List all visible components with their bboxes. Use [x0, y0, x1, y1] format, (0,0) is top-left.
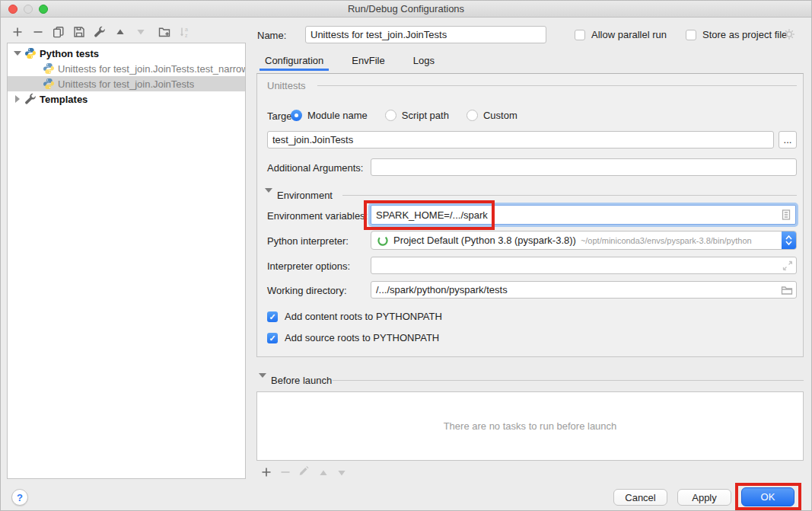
tab-configuration[interactable]: Configuration	[265, 55, 323, 66]
move-down-icon	[135, 26, 147, 38]
additional-arguments-input[interactable]	[371, 158, 797, 176]
working-directory-label: Working directory:	[267, 285, 347, 296]
apply-button[interactable]: Apply	[677, 489, 731, 506]
tree-item-label: Templates	[40, 94, 88, 105]
environment-variables-input[interactable]: SPARK_HOME=/.../spark	[371, 205, 796, 225]
python-icon	[24, 47, 37, 59]
paste-icon[interactable]	[780, 209, 792, 221]
before-launch-collapse-icon[interactable]	[259, 378, 266, 389]
add-content-roots-label: Add content roots to PYTHONPATH	[285, 311, 442, 322]
add-icon[interactable]	[11, 26, 24, 38]
module-name-input[interactable]	[267, 131, 774, 149]
move-task-down-icon	[336, 467, 345, 477]
tree-item-python-tests[interactable]: Python tests	[8, 46, 245, 61]
environment-variables-value: SPARK_HOME=/.../spark	[376, 209, 488, 221]
stepper-icon[interactable]	[782, 232, 796, 249]
interpreter-options-input[interactable]	[371, 257, 797, 274]
new-folder-icon[interactable]	[155, 26, 170, 38]
pencil-icon	[298, 466, 309, 477]
checkbox-icon[interactable]	[686, 30, 696, 40]
conda-interpreter-icon	[377, 235, 389, 247]
radio-module-name-label: Module name	[307, 110, 368, 121]
add-source-roots-label: Add source roots to PYTHONPATH	[285, 332, 439, 343]
environment-section-title: Environment	[277, 190, 333, 201]
interpreter-options-label: Interpreter options:	[267, 260, 350, 272]
name-input[interactable]	[305, 26, 546, 43]
tab-envfile[interactable]: EnvFile	[352, 55, 384, 66]
wrench-icon	[24, 93, 37, 105]
browse-button[interactable]: ...	[779, 131, 797, 149]
store-as-project-file-label: Store as project file	[702, 29, 787, 40]
allow-parallel-run-checkbox[interactable]: Allow parallel run	[575, 29, 667, 40]
gear-icon[interactable]	[783, 28, 795, 40]
zoom-window-button[interactable]	[39, 5, 48, 14]
radio-module-name[interactable]	[291, 110, 302, 121]
ok-button[interactable]: OK	[741, 487, 794, 506]
group-divider	[333, 380, 804, 381]
python-interpreter-select[interactable]: Project Default (Python 3.8 (pyspark-3.8…	[371, 231, 797, 250]
checkbox-checked-icon[interactable]	[267, 311, 278, 322]
name-label: Name:	[257, 30, 286, 41]
before-launch-toolbar	[260, 466, 345, 477]
before-launch-task-list: There are no tasks to run before launch	[256, 391, 804, 461]
before-launch-empty-message: There are no tasks to run before launch	[444, 420, 617, 432]
add-content-roots-checkbox[interactable]: Add content roots to PYTHONPATH	[267, 311, 442, 322]
expand-icon[interactable]	[782, 260, 792, 270]
move-up-icon[interactable]	[114, 26, 126, 38]
tree-item-label: Unittests for test_join.JoinTests	[58, 78, 194, 90]
group-divider	[342, 195, 797, 196]
tree-item-templates[interactable]: Templates	[8, 91, 245, 107]
add-source-roots-checkbox[interactable]: Add source roots to PYTHONPATH	[267, 332, 439, 343]
copy-icon[interactable]	[53, 26, 65, 38]
run-debug-configurations-dialog: Run/Debug Configurations Python tests Un…	[0, 0, 812, 511]
environment-collapse-icon[interactable]	[265, 193, 272, 204]
working-directory-input[interactable]	[371, 281, 797, 299]
window-title: Run/Debug Configurations	[1, 1, 811, 17]
radio-custom-label: Custom	[483, 110, 517, 121]
config-tabs: Configuration EnvFile Logs	[265, 55, 435, 66]
edit-templates-icon[interactable]	[94, 26, 106, 38]
store-as-project-file-checkbox[interactable]: Store as project file	[686, 29, 787, 40]
configurations-tree: Python tests Unittests for test_join.Joi…	[7, 43, 246, 479]
additional-arguments-label: Additional Arguments:	[267, 162, 363, 174]
active-tab-underline	[260, 69, 329, 71]
folder-icon[interactable]	[781, 284, 793, 296]
collapse-caret-icon[interactable]	[14, 50, 21, 57]
remove-icon[interactable]	[32, 26, 44, 38]
tree-item-label: Python tests	[40, 48, 99, 59]
tree-item-unittests-narrow[interactable]: Unittests for test_join.JoinTests.test_n…	[8, 61, 245, 76]
unittests-group-title: Unittests	[267, 80, 306, 91]
radio-script-path[interactable]	[385, 110, 396, 121]
target-radio-group: Module name Script path Custom	[291, 110, 517, 121]
move-task-up-icon	[317, 467, 327, 477]
remove-task-icon	[279, 466, 290, 477]
python-test-icon	[43, 78, 55, 90]
environment-variables-label: Environment variables:	[267, 210, 368, 222]
add-task-icon[interactable]	[260, 466, 271, 477]
checkbox-icon[interactable]	[575, 30, 585, 40]
close-window-button[interactable]	[8, 5, 18, 14]
sort-icon	[179, 26, 191, 38]
help-button[interactable]: ?	[11, 489, 28, 506]
checkbox-checked-icon[interactable]	[267, 333, 278, 343]
tree-item-unittests-join-selected[interactable]: Unittests for test_join.JoinTests	[8, 76, 245, 91]
python-interpreter-path: ~/opt/miniconda3/envs/pyspark-3.8/bin/py…	[581, 236, 752, 245]
allow-parallel-run-label: Allow parallel run	[591, 29, 667, 40]
python-interpreter-label: Python interpreter:	[267, 235, 349, 247]
minimize-window-button	[24, 5, 33, 14]
save-icon[interactable]	[73, 26, 85, 38]
group-divider	[317, 85, 797, 86]
radio-custom[interactable]	[467, 110, 478, 121]
python-interpreter-value: Project Default (Python 3.8 (pyspark-3.8…	[393, 235, 576, 246]
before-launch-section-title: Before launch	[271, 375, 332, 386]
title-bar: Run/Debug Configurations	[1, 1, 811, 18]
python-test-icon	[43, 62, 55, 75]
cancel-button[interactable]: Cancel	[613, 489, 667, 506]
configurations-toolbar	[11, 26, 191, 38]
tree-item-label: Unittests for test_join.JoinTests.test_n…	[58, 63, 245, 75]
radio-script-path-label: Script path	[402, 110, 449, 121]
expand-caret-icon[interactable]	[14, 95, 21, 103]
tab-logs[interactable]: Logs	[413, 55, 435, 66]
